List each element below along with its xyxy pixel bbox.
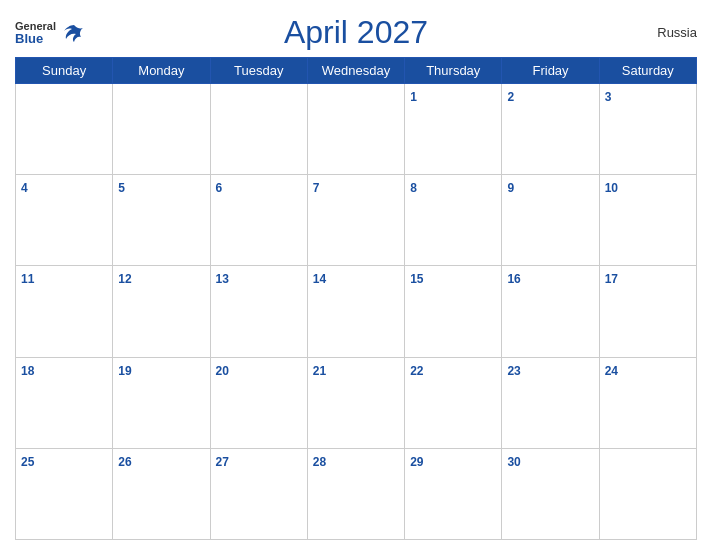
day-of-week-tuesday: Tuesday (210, 58, 307, 84)
day-of-week-friday: Friday (502, 58, 599, 84)
calendar-day: 26 (113, 448, 210, 539)
calendar-day: 7 (307, 175, 404, 266)
calendar-day: 29 (405, 448, 502, 539)
calendar-day: 30 (502, 448, 599, 539)
calendar-week-row: 11121314151617 (16, 266, 697, 357)
day-number: 13 (216, 272, 229, 286)
day-number: 11 (21, 272, 34, 286)
logo-bird-icon (60, 23, 88, 43)
day-number: 7 (313, 181, 320, 195)
calendar-day: 22 (405, 357, 502, 448)
calendar-day (113, 84, 210, 175)
calendar-day: 18 (16, 357, 113, 448)
calendar-day: 12 (113, 266, 210, 357)
calendar-day: 17 (599, 266, 696, 357)
day-number: 8 (410, 181, 417, 195)
day-of-week-wednesday: Wednesday (307, 58, 404, 84)
day-of-week-monday: Monday (113, 58, 210, 84)
day-of-week-sunday: Sunday (16, 58, 113, 84)
day-number: 18 (21, 364, 34, 378)
calendar-title: April 2027 (284, 14, 428, 51)
day-number: 27 (216, 455, 229, 469)
calendar-day: 19 (113, 357, 210, 448)
logo-general: General (15, 21, 56, 32)
calendar-day (599, 448, 696, 539)
day-number: 4 (21, 181, 28, 195)
calendar-day: 8 (405, 175, 502, 266)
day-number: 24 (605, 364, 618, 378)
calendar-day: 16 (502, 266, 599, 357)
calendar-day: 24 (599, 357, 696, 448)
calendar-week-row: 123 (16, 84, 697, 175)
calendar-day: 9 (502, 175, 599, 266)
day-number: 20 (216, 364, 229, 378)
calendar-day: 1 (405, 84, 502, 175)
day-number: 2 (507, 90, 514, 104)
calendar-day (16, 84, 113, 175)
day-number: 6 (216, 181, 223, 195)
day-of-week-saturday: Saturday (599, 58, 696, 84)
day-number: 28 (313, 455, 326, 469)
calendar-day: 28 (307, 448, 404, 539)
day-number: 22 (410, 364, 423, 378)
calendar-day: 15 (405, 266, 502, 357)
calendar-week-row: 252627282930 (16, 448, 697, 539)
days-of-week-row: SundayMondayTuesdayWednesdayThursdayFrid… (16, 58, 697, 84)
calendar-day: 14 (307, 266, 404, 357)
day-of-week-thursday: Thursday (405, 58, 502, 84)
day-number: 10 (605, 181, 618, 195)
calendar-day: 25 (16, 448, 113, 539)
logo-blue: Blue (15, 32, 56, 45)
calendar-day: 4 (16, 175, 113, 266)
calendar-day (307, 84, 404, 175)
calendar-day: 23 (502, 357, 599, 448)
day-number: 15 (410, 272, 423, 286)
day-number: 17 (605, 272, 618, 286)
day-number: 1 (410, 90, 417, 104)
calendar-day: 5 (113, 175, 210, 266)
calendar-day: 10 (599, 175, 696, 266)
logo: General Blue (15, 21, 88, 45)
day-number: 12 (118, 272, 131, 286)
day-number: 23 (507, 364, 520, 378)
calendar-week-row: 18192021222324 (16, 357, 697, 448)
day-number: 14 (313, 272, 326, 286)
calendar-day: 6 (210, 175, 307, 266)
calendar-day: 13 (210, 266, 307, 357)
calendar-table: SundayMondayTuesdayWednesdayThursdayFrid… (15, 57, 697, 540)
day-number: 26 (118, 455, 131, 469)
day-number: 30 (507, 455, 520, 469)
calendar-day: 27 (210, 448, 307, 539)
day-number: 5 (118, 181, 125, 195)
calendar-header: General Blue April 2027 Russia (15, 10, 697, 51)
day-number: 25 (21, 455, 34, 469)
country-label: Russia (657, 25, 697, 40)
day-number: 21 (313, 364, 326, 378)
calendar-day: 20 (210, 357, 307, 448)
day-number: 9 (507, 181, 514, 195)
calendar-day: 21 (307, 357, 404, 448)
calendar-day: 11 (16, 266, 113, 357)
day-number: 29 (410, 455, 423, 469)
day-number: 16 (507, 272, 520, 286)
calendar-day (210, 84, 307, 175)
day-number: 3 (605, 90, 612, 104)
calendar-day: 2 (502, 84, 599, 175)
calendar-week-row: 45678910 (16, 175, 697, 266)
calendar-day: 3 (599, 84, 696, 175)
day-number: 19 (118, 364, 131, 378)
